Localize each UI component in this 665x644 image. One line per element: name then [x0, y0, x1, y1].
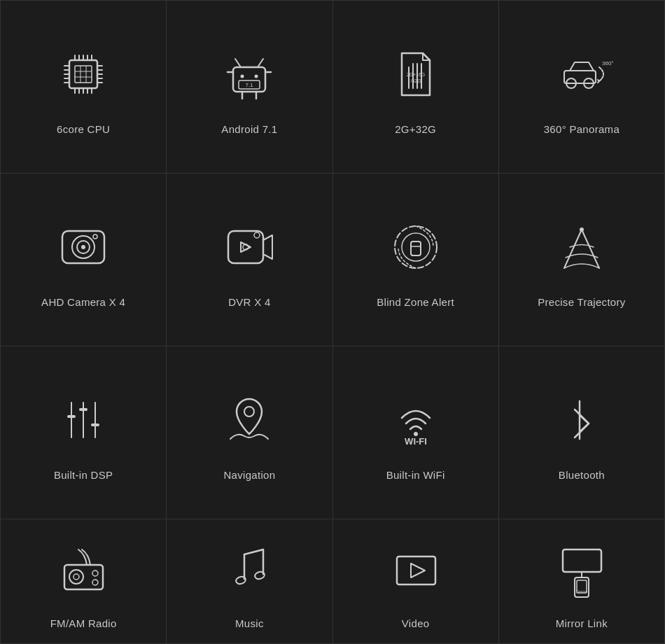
svg-rect-52	[228, 231, 263, 263]
cell-storage: 2G+16G /32G 2G+32G	[333, 1, 499, 174]
svg-text:WI-FI: WI-FI	[405, 436, 427, 447]
video-icon	[381, 533, 451, 603]
bluetooth-icon	[547, 385, 617, 455]
music-icon	[214, 533, 284, 603]
svg-point-57	[402, 233, 430, 261]
blind-icon	[381, 212, 451, 282]
camera-icon	[48, 212, 118, 282]
video-label: Video	[402, 617, 430, 629]
dsp-label: Built-in DSP	[54, 469, 113, 481]
cell-dvr: DVR X 4	[167, 174, 332, 346]
svg-point-56	[395, 226, 437, 268]
svg-rect-58	[411, 241, 421, 255]
svg-point-74	[69, 570, 83, 584]
svg-text:7.1: 7.1	[246, 82, 254, 88]
svg-point-28	[255, 74, 258, 78]
svg-point-82	[254, 570, 265, 580]
svg-rect-64	[67, 415, 76, 418]
svg-text:2G+16G: 2G+16G	[406, 72, 425, 77]
storage-icon: 2G+16G /32G	[381, 39, 451, 109]
trajectory-icon	[547, 212, 617, 282]
svg-rect-85	[563, 550, 601, 572]
cell-mirror: Oenice Mirror Link	[499, 519, 665, 644]
camera-label: AHD Camera X 4	[41, 296, 125, 308]
wifi-label: Built-in WiFi	[386, 469, 445, 481]
cell-panorama: 360° 360° Panorama	[499, 1, 665, 174]
svg-point-62	[580, 227, 584, 232]
mirror-label: Mirror Link	[556, 617, 608, 629]
panorama-icon: 360°	[547, 39, 617, 109]
cell-navigation: Navigation	[167, 346, 332, 519]
radio-label: FM/AM Radio	[50, 617, 117, 629]
wifi-icon: WI-FI	[381, 385, 451, 455]
svg-marker-55	[241, 242, 251, 252]
cell-camera: AHD Camera X 4	[1, 174, 167, 346]
svg-line-78	[244, 550, 263, 554]
cell-blind: Blind Zone Alert	[333, 174, 499, 346]
android-icon: 7.1	[214, 39, 284, 109]
cell-android: 7.1 Android 7.1	[167, 1, 332, 174]
svg-text:/32G: /32G	[410, 78, 421, 83]
svg-point-54	[254, 232, 260, 238]
svg-rect-1	[75, 66, 92, 83]
svg-point-77	[92, 580, 98, 585]
svg-point-75	[74, 574, 79, 580]
svg-line-60	[564, 230, 582, 268]
cell-wifi: WI-FI Built-in WiFi	[333, 346, 499, 519]
android-label: Android 7.1	[221, 123, 277, 135]
svg-rect-66	[79, 408, 88, 411]
cell-trajectory: Precise Trajectory	[499, 174, 665, 346]
blind-label: Blind Zone Alert	[377, 296, 454, 308]
navigation-label: Navigation	[223, 469, 275, 481]
svg-line-30	[258, 59, 263, 67]
cell-bluetooth: Bluetooth	[499, 346, 665, 519]
svg-rect-68	[91, 424, 99, 426]
svg-point-51	[93, 234, 97, 239]
cell-music: Music	[167, 519, 332, 644]
svg-line-29	[235, 59, 241, 67]
dvr-label: DVR X 4	[228, 296, 270, 308]
cpu-icon	[48, 39, 118, 109]
cell-radio: FM/AM Radio	[1, 519, 167, 644]
features-grid: 6core CPU 7.1	[0, 0, 665, 644]
cell-video: Video	[333, 519, 499, 644]
cell-cpu: 6core CPU	[1, 1, 167, 174]
radio-icon	[48, 533, 118, 603]
svg-rect-83	[397, 556, 435, 584]
svg-rect-43	[564, 71, 596, 83]
svg-text:360°: 360°	[602, 60, 613, 66]
mirror-icon: Oenice	[547, 533, 617, 603]
svg-point-76	[92, 570, 98, 576]
cpu-label: 6core CPU	[57, 123, 110, 135]
panorama-label: 360° Panorama	[544, 123, 620, 135]
trajectory-label: Precise Trajectory	[538, 296, 625, 308]
svg-point-69	[244, 407, 254, 416]
dvr-icon	[214, 212, 284, 282]
cell-dsp: Built-in DSP	[1, 346, 167, 519]
bluetooth-label: Bluetooth	[559, 469, 605, 481]
dsp-icon	[48, 385, 118, 455]
svg-point-50	[81, 245, 85, 249]
svg-point-27	[241, 74, 244, 78]
svg-text:Oenice: Oenice	[576, 589, 587, 594]
navigation-icon	[214, 385, 284, 455]
music-label: Music	[235, 617, 264, 629]
svg-marker-84	[411, 564, 425, 578]
svg-line-61	[582, 230, 599, 268]
storage-label: 2G+32G	[395, 123, 436, 135]
svg-rect-0	[69, 60, 97, 88]
svg-point-81	[235, 575, 246, 584]
